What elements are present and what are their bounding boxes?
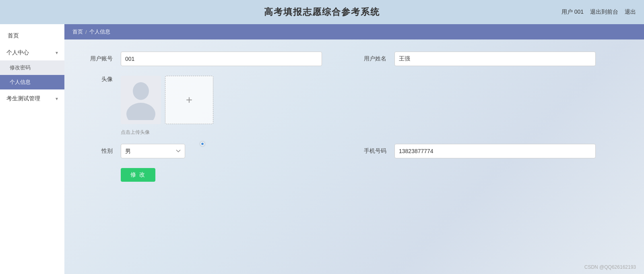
- form-col-gender: 性别 男 女: [80, 144, 354, 158]
- sidebar-exam-management-header[interactable]: 考生测试管理 ▾: [0, 91, 64, 106]
- form-row-gender-phone: 性别 男 女 手机号码: [80, 144, 628, 158]
- plus-icon: +: [186, 93, 192, 106]
- svg-point-0: [133, 82, 149, 100]
- avatar-silhouette: [125, 80, 157, 120]
- sidebar-exam-management-label: 考生测试管理: [6, 95, 40, 102]
- phone-label: 手机号码: [354, 147, 386, 155]
- avatar-preview-area: +: [121, 76, 213, 124]
- svg-point-1: [126, 103, 155, 120]
- app-title: 高考填报志愿综合参考系统: [264, 6, 380, 18]
- breadcrumb: 首页 / 个人信息: [64, 24, 644, 39]
- form-row-account-username: 用户账号 用户姓名: [80, 52, 628, 66]
- breadcrumb-current: 个人信息: [89, 28, 110, 35]
- user-label: 用户 001: [561, 8, 584, 16]
- form-col-account: 用户账号: [80, 52, 354, 66]
- header-right: 用户 001 退出到前台 退出: [561, 0, 636, 24]
- content-area: 首页 / 个人信息 用户账号 用户姓名 头像: [64, 24, 644, 274]
- form-col-username: 用户姓名: [354, 52, 628, 66]
- gender-label: 性别: [80, 147, 113, 155]
- sidebar-section-personal: 个人中心 ▾ 修改密码 个人信息: [0, 45, 64, 89]
- phone-input[interactable]: [394, 144, 596, 158]
- submit-button[interactable]: 修 改: [121, 168, 155, 182]
- sidebar-section-exam: 考生测试管理 ▾: [0, 91, 64, 106]
- chevron-down-icon-exam: ▾: [56, 96, 58, 102]
- sidebar-personal-center-header[interactable]: 个人中心 ▾: [0, 45, 64, 60]
- avatar-preview: [121, 76, 161, 124]
- account-label: 用户账号: [80, 55, 113, 62]
- sidebar-home-label: 首页: [8, 32, 19, 39]
- breadcrumb-home[interactable]: 首页: [72, 28, 83, 35]
- watermark: CSDN @QQ626162193: [584, 264, 636, 270]
- chevron-down-icon: ▾: [56, 50, 58, 56]
- sidebar-home[interactable]: 首页: [0, 28, 64, 44]
- logout-front-button[interactable]: 退出到前台: [590, 8, 618, 16]
- sidebar: 首页 个人中心 ▾ 修改密码 个人信息 考生测试管理 ▾: [0, 24, 64, 274]
- form-container: 用户账号 用户姓名 头像: [64, 39, 644, 194]
- sidebar-item-change-password[interactable]: 修改密码: [0, 60, 64, 75]
- form-row-avatar: 头像 +: [80, 76, 628, 124]
- username-label: 用户姓名: [354, 55, 386, 62]
- header: 高考填报志愿综合参考系统 用户 001 退出到前台 退出: [0, 0, 644, 24]
- form-col-phone: 手机号码: [354, 144, 628, 158]
- sidebar-personal-center-label: 个人中心: [6, 49, 29, 56]
- form-submit-row: 修 改: [121, 168, 628, 182]
- logout-button[interactable]: 退出: [625, 8, 636, 16]
- breadcrumb-separator: /: [85, 29, 87, 35]
- gender-select[interactable]: 男 女: [121, 144, 185, 158]
- username-input[interactable]: [394, 52, 596, 66]
- avatar-label: 头像: [80, 76, 113, 83]
- sidebar-item-personal-info[interactable]: 个人信息: [0, 75, 64, 89]
- main-layout: 首页 个人中心 ▾ 修改密码 个人信息 考生测试管理 ▾ 首页: [0, 24, 644, 274]
- avatar-upload-hint: 点击上传头像: [121, 129, 628, 136]
- account-input[interactable]: [121, 52, 322, 66]
- avatar-upload-box[interactable]: +: [165, 76, 213, 124]
